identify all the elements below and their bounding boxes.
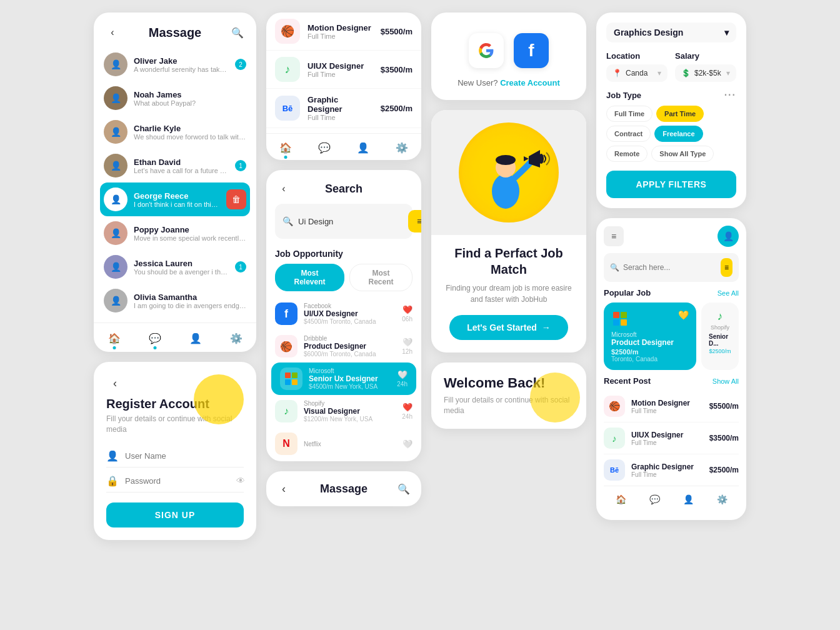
get-started-button[interactable]: Let's Get Started → — [449, 315, 568, 340]
filter-button[interactable]: ≡ — [721, 258, 732, 277]
chat-item[interactable]: 👤 Poppy Joanne Move in some special work… — [100, 216, 250, 250]
home-nav-icon[interactable]: 🏠 — [277, 139, 294, 156]
search-job-item[interactable]: N Netflix 🤍 — [266, 428, 421, 461]
chat-nav-icon[interactable]: 💬 — [316, 139, 333, 156]
chat-nav-icon[interactable]: 💬 — [146, 329, 164, 347]
dollar-icon: 💲 — [681, 69, 691, 78]
search-button[interactable]: 🔍 — [395, 480, 412, 498]
create-account-link[interactable]: Create Account — [500, 78, 560, 88]
job-type-tags: Full Time Part Time Contract Freelance R… — [606, 106, 736, 162]
username-input[interactable] — [125, 451, 244, 461]
filter-button[interactable]: ≡ — [408, 210, 421, 232]
search-button[interactable]: 🔍 — [229, 24, 246, 41]
job-meta: $1200/m New York, USA — [304, 416, 396, 422]
more-options-icon[interactable]: ··· — [724, 89, 736, 101]
job-salary: $3500/m — [381, 65, 412, 74]
job-info: Shopify Visual Designer $1200/m New York… — [304, 400, 396, 422]
recent-job-item[interactable]: 🏀 Motion Designer Full Time $5500/m — [604, 391, 739, 422]
show-all-tag[interactable]: Show All Type — [651, 146, 714, 162]
chat-name: Oliver Jake — [134, 56, 229, 66]
profile-nav-icon[interactable]: 👤 — [354, 139, 372, 156]
back-button[interactable]: ‹ — [275, 480, 292, 498]
chat-preview: Move in some special work recently so... — [134, 234, 246, 242]
settings-nav-icon[interactable]: ⚙️ — [393, 139, 411, 156]
search-job-item-highlighted[interactable]: Microsoft Senior Ux Designer $4500/m New… — [271, 362, 416, 395]
apply-filters-button[interactable]: APPLY FILTERS — [606, 171, 736, 198]
eye-icon[interactable]: 👁 — [236, 476, 245, 486]
heart-icon[interactable]: 🤍 — [402, 439, 412, 449]
part-time-tag[interactable]: Part Time — [656, 106, 704, 122]
chat-nav-icon[interactable]: 💬 — [646, 491, 662, 508]
facebook-login-button[interactable]: f — [514, 33, 549, 68]
search-input[interactable] — [298, 217, 403, 226]
chat-item-active[interactable]: 👤 George Reece I don't think i can fit o… — [100, 182, 250, 216]
heart-icon[interactable]: 🤍 — [398, 370, 408, 379]
home-nav-icon[interactable]: 🏠 — [612, 491, 629, 508]
company-name: Dribbble — [304, 335, 396, 342]
heart-icon[interactable]: 💛 — [678, 310, 689, 320]
location-select[interactable]: 📍 Canda ▾ — [606, 64, 668, 82]
show-all-link[interactable]: Show All — [712, 378, 739, 385]
chat-name: George Reece — [134, 191, 220, 201]
settings-nav-icon[interactable]: ⚙️ — [714, 491, 730, 508]
hero-screen: Find a Perfact Job Match Finding your dr… — [431, 110, 586, 352]
heart-icon[interactable]: 🤍 — [402, 338, 412, 347]
job-title: Motion Designer — [308, 23, 373, 32]
recent-job-item[interactable]: Bē Graphic Designer Full Time $2500/m — [604, 454, 739, 486]
chat-item[interactable]: 👤 Jessica Lauren You should be a avenger… — [100, 250, 250, 284]
job-salary: $5500/m — [709, 402, 739, 411]
job-list-item[interactable]: Bē Graphic Designer Full Time $2500/m — [266, 89, 421, 128]
chat-name: Charlie Kyle — [134, 124, 246, 133]
password-input[interactable] — [125, 476, 230, 486]
avatar: 👤 — [104, 52, 128, 76]
popular-job-card-microsoft[interactable]: 💛 Microsoft Product Designer $2500/m Tor… — [604, 302, 696, 370]
search-title: Search — [325, 182, 362, 196]
heart-icon[interactable]: ❤️ — [402, 305, 412, 314]
avatar: 👤 — [718, 226, 739, 247]
search-job-item[interactable]: ♪ Shopify Visual Designer $1200/m New Yo… — [266, 395, 421, 428]
see-all-link[interactable]: See All — [718, 289, 739, 297]
back-button[interactable]: ‹ — [275, 180, 292, 198]
popular-job-card-shopify[interactable]: ♪ Shopify Senior D... $2500/m — [701, 302, 739, 370]
jsc-search-input[interactable] — [623, 263, 717, 272]
job-list-item[interactable]: 🏀 Motion Designer Full Time $5500/m — [266, 12, 421, 51]
settings-nav-icon[interactable]: ⚙️ — [228, 329, 245, 347]
freelance-tag[interactable]: Freelance — [654, 126, 702, 142]
search-job-item[interactable]: 🏀 Dribbble Product Designer $6000/m Toro… — [266, 330, 421, 362]
salary-select[interactable]: 💲 $2k-$5k ▾ — [675, 64, 736, 82]
bottom-nav: 🏠 💬 👤 ⚙️ — [94, 322, 256, 352]
shopify-logo: ♪ — [275, 400, 298, 422]
job-type: Full Time — [631, 408, 703, 414]
filter-icon[interactable]: ≡ — [604, 226, 624, 246]
delete-button[interactable]: 🗑 — [226, 189, 246, 209]
back-button[interactable]: ‹ — [106, 374, 124, 392]
chat-preview: I am going to die in avengers endgame... — [134, 302, 246, 309]
chat-info: George Reece I don't think i can fit on … — [134, 191, 220, 208]
home-nav-icon[interactable]: 🏠 — [106, 329, 123, 347]
most-recent-tab[interactable]: Most Recent — [349, 264, 412, 291]
signup-button[interactable]: SIGN UP — [106, 502, 244, 528]
recent-job-item[interactable]: ♪ UIUX Designer Full Time $3500/m — [604, 422, 739, 454]
chat-name: Ethan David — [134, 158, 229, 167]
chat-item[interactable]: 👤 Charlie Kyle We shoud move forword to … — [100, 115, 250, 149]
google-login-button[interactable] — [469, 33, 504, 68]
chat-item[interactable]: 👤 Olivia Samantha I am going to die in a… — [100, 284, 250, 318]
company-name: Microsoft — [611, 331, 689, 338]
avatar: 👤 — [104, 120, 128, 144]
location-group: Location 📍 Canda ▾ — [606, 51, 668, 82]
remote-tag[interactable]: Remote — [606, 146, 648, 162]
profile-nav-icon[interactable]: 👤 — [680, 491, 696, 508]
search-job-item[interactable]: f Facebook UI/UX Designer $4500/m Toront… — [266, 298, 421, 330]
job-list-item[interactable]: ♪ UIUX Designer Full Time $3500/m — [266, 51, 421, 89]
full-time-tag[interactable]: Full Time — [606, 106, 652, 122]
back-button[interactable]: ‹ — [104, 24, 121, 41]
chat-item[interactable]: 👤 Oliver Jake A wonderful serenity has t… — [100, 48, 250, 81]
contract-tag[interactable]: Contract — [606, 126, 651, 142]
chat-item[interactable]: 👤 Ethan David Let's have a call for a fu… — [100, 149, 250, 182]
dribbble-logo: 🏀 — [275, 335, 298, 358]
profile-nav-icon[interactable]: 👤 — [187, 329, 204, 347]
most-relevent-tab[interactable]: Most Relevent — [275, 264, 344, 291]
chat-item[interactable]: 👤 Noah James What about Paypal? — [100, 81, 250, 115]
heart-icon[interactable]: ❤️ — [402, 402, 412, 412]
category-dropdown[interactable]: Graphics Design ▾ — [606, 22, 736, 42]
